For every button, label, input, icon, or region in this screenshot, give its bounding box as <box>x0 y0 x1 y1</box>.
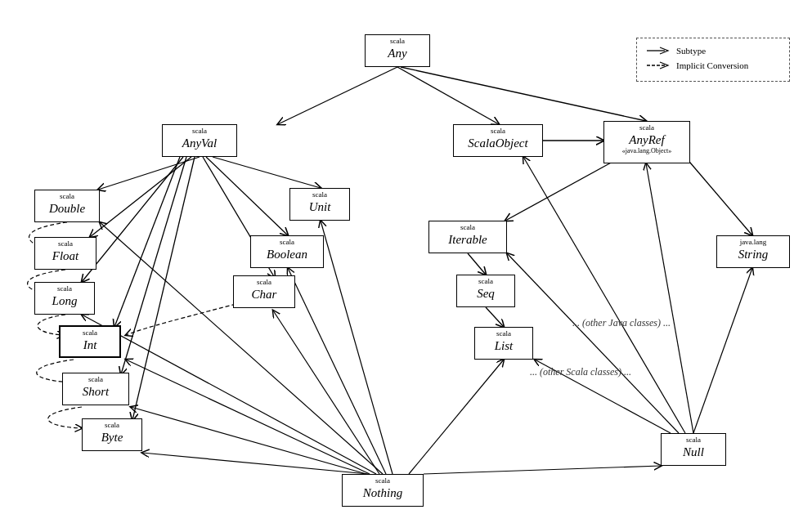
svg-line-21 <box>142 453 368 474</box>
node-null: scala Null <box>661 433 726 466</box>
label-other-scala: ... (other Scala classes) ... <box>530 366 631 378</box>
svg-line-27 <box>693 268 752 433</box>
svg-line-25 <box>409 360 504 474</box>
node-unit: scala Unit <box>289 188 350 221</box>
svg-line-10 <box>213 157 321 188</box>
svg-line-23 <box>288 268 386 474</box>
node-nothing: scala Nothing <box>342 474 424 507</box>
svg-line-31 <box>646 163 693 433</box>
svg-line-14 <box>685 157 752 235</box>
label-other-java: ... (other Java classes) ... <box>572 317 671 329</box>
legend-subtype: Subtype <box>647 45 779 56</box>
diagram-container: scala Any scala AnyVal scala ScalaObject… <box>0 0 812 532</box>
svg-line-13 <box>505 157 621 221</box>
svg-line-11 <box>206 157 288 235</box>
svg-line-2 <box>401 67 646 121</box>
node-scalaobject: scala ScalaObject <box>453 124 543 157</box>
svg-line-15 <box>468 253 486 275</box>
svg-line-24 <box>321 221 393 474</box>
node-byte: scala Byte <box>82 418 142 451</box>
legend: Subtype Implicit Conversion <box>636 38 790 82</box>
svg-line-1 <box>397 67 499 124</box>
legend-implicit-label: Implicit Conversion <box>676 60 748 70</box>
svg-line-0 <box>278 67 397 124</box>
svg-line-26 <box>424 466 661 474</box>
node-seq: scala Seq <box>456 275 515 307</box>
legend-subtype-label: Subtype <box>676 46 706 56</box>
node-int: scala Int <box>59 325 121 358</box>
svg-line-22 <box>273 311 379 474</box>
node-char: scala Char <box>233 275 295 308</box>
node-iterable: scala Iterable <box>428 221 507 253</box>
legend-implicit: Implicit Conversion <box>647 60 779 71</box>
node-list: scala List <box>474 327 533 360</box>
node-double: scala Double <box>34 190 100 222</box>
node-anyval: scala AnyVal <box>162 124 237 157</box>
svg-line-16 <box>486 307 504 327</box>
node-string: java.lang String <box>716 235 790 268</box>
node-anyref: scala AnyRef «java.lang.Object» <box>603 121 690 163</box>
node-any: scala Any <box>365 34 430 67</box>
node-float: scala Float <box>34 237 96 270</box>
svg-line-30 <box>523 157 685 433</box>
svg-line-5 <box>90 157 191 237</box>
node-long: scala Long <box>34 282 95 315</box>
node-short: scala Short <box>62 373 129 405</box>
node-boolean: scala Boolean <box>250 235 324 268</box>
svg-line-19 <box>126 360 370 474</box>
svg-line-7 <box>114 157 180 327</box>
